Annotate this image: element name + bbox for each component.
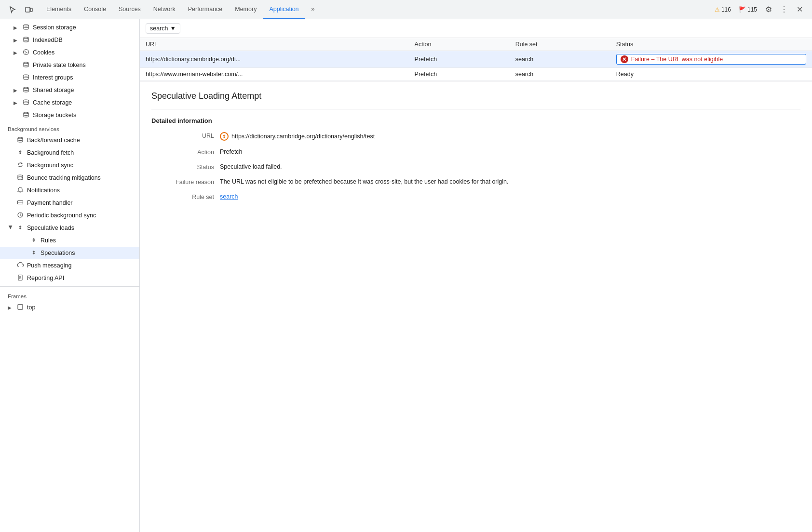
cell-ruleset: search xyxy=(510,51,610,68)
col-status: Status xyxy=(610,38,812,51)
sidebar-item-notifications[interactable]: ▶ Notifications xyxy=(0,184,139,197)
sidebar-item-storage-buckets[interactable]: ▶ Storage buckets xyxy=(0,109,139,121)
detail-divider xyxy=(151,109,800,109)
detail-field-value: Prefetch xyxy=(220,148,800,155)
sidebar-item-interest-groups[interactable]: ▶ Interest groups xyxy=(0,71,139,84)
cell-action: Prefetch xyxy=(409,68,510,81)
tab-network[interactable]: Network xyxy=(148,0,181,19)
cloud-icon xyxy=(16,262,24,270)
tab-performance[interactable]: Performance xyxy=(182,0,229,19)
sidebar-item-indexeddb[interactable]: ▶ IndexedDB xyxy=(0,34,139,46)
tab-elements[interactable]: Elements xyxy=(41,0,77,19)
close-icon[interactable]: ✕ xyxy=(793,3,806,16)
sidebar-item-background-fetch[interactable]: ▶ Background fetch xyxy=(0,146,139,159)
detail-title: Speculative Loading Attempt xyxy=(151,91,800,101)
sidebar-item-payment-handler[interactable]: ▶ Payment handler xyxy=(0,197,139,209)
tab-application[interactable]: Application xyxy=(263,0,304,19)
devtools-window: Elements Console Sources Network Perform… xyxy=(0,0,812,532)
expand-arrow-icon: ▶ xyxy=(8,225,14,231)
chevron-down-icon: ▼ xyxy=(170,25,176,32)
sidebar-item-cache-storage[interactable]: ▶ Cache storage xyxy=(0,96,139,109)
detail-field-value: Speculative load failed. xyxy=(220,163,800,170)
prefetch-icon xyxy=(30,237,38,245)
tab-more[interactable]: » xyxy=(306,0,321,19)
tab-console[interactable]: Console xyxy=(78,0,112,19)
search-bar: search ▼ xyxy=(140,19,812,38)
svg-rect-0 xyxy=(26,7,30,12)
warnings-badge[interactable]: ⚠ 116 xyxy=(712,5,734,14)
sidebar-item-bounce-tracking[interactable]: ▶ Bounce tracking mitigations xyxy=(0,172,139,184)
sidebar-item-cookies[interactable]: ▶ Cookies xyxy=(0,46,139,59)
ruleset-link[interactable]: search xyxy=(220,193,238,200)
col-ruleset: Rule set xyxy=(510,38,610,51)
sidebar-item-top[interactable]: ▶ top xyxy=(0,301,139,314)
tab-bar-right: ⚠ 116 🚩 115 ⚙ ⋮ ✕ xyxy=(712,3,810,16)
sidebar-item-speculative-loads[interactable]: ▶ Speculative loads xyxy=(0,222,139,234)
svg-point-13 xyxy=(18,137,23,139)
cursor-icon[interactable] xyxy=(6,3,19,16)
sidebar-item-background-sync[interactable]: ▶ Background sync xyxy=(0,159,139,172)
warning-icon: ⚠ xyxy=(715,6,720,13)
main-layout: ▶ Session storage ▶ xyxy=(0,19,812,532)
speculations-table: URL Action Rule set Status https://dicti… xyxy=(140,38,812,81)
device-toolbar-icon[interactable] xyxy=(22,3,36,16)
svg-point-11 xyxy=(24,100,28,101)
tab-sources[interactable]: Sources xyxy=(113,0,147,19)
detail-field-label: Rule set xyxy=(151,193,214,200)
expand-arrow-icon: ▶ xyxy=(14,50,19,55)
detail-field-label: Status xyxy=(151,163,214,171)
sidebar-item-private-state-tokens[interactable]: ▶ Private state tokens xyxy=(0,59,139,71)
upload-download-icon xyxy=(16,149,24,157)
database-icon xyxy=(16,174,24,182)
detail-row: StatusSpeculative load failed. xyxy=(151,163,800,171)
sync-icon xyxy=(16,161,24,170)
prefetch-icon xyxy=(220,132,229,141)
prefetch-icon xyxy=(16,224,24,232)
col-action: Action xyxy=(409,38,510,51)
detail-field-value[interactable]: search xyxy=(220,193,800,200)
sidebar-item-reporting-api[interactable]: ▶ Reporting API xyxy=(0,272,139,284)
sidebar-item-rules[interactable]: ▶ Rules xyxy=(0,234,139,247)
cell-action: Prefetch xyxy=(409,51,510,68)
svg-point-5 xyxy=(25,51,26,52)
warnings-count: 116 xyxy=(721,6,731,13)
settings-icon[interactable]: ⚙ xyxy=(762,3,775,16)
database-icon xyxy=(22,24,30,32)
status-failure-text: Failure – The URL was not eligible xyxy=(631,56,723,63)
detail-field-label: URL xyxy=(151,132,214,139)
database-icon xyxy=(22,74,30,82)
cookie-icon xyxy=(22,49,30,57)
cell-url: https://dictionary.cambridge.org/di... xyxy=(140,51,409,68)
expand-arrow-icon: ▶ xyxy=(14,88,19,93)
table-row[interactable]: https://www.merriam-webster.com/...Prefe… xyxy=(140,68,812,81)
background-services-label: Background services xyxy=(0,121,139,134)
clock-icon xyxy=(16,212,24,220)
sidebar-item-shared-storage[interactable]: ▶ Shared storage xyxy=(0,84,139,96)
svg-rect-1 xyxy=(30,8,32,12)
svg-point-9 xyxy=(24,75,28,76)
url-text: https://dictionary.cambridge.org/diction… xyxy=(231,133,375,140)
search-dropdown[interactable]: search ▼ xyxy=(146,23,180,34)
more-options-icon[interactable]: ⋮ xyxy=(777,3,791,16)
table-row[interactable]: https://dictionary.cambridge.org/di...Pr… xyxy=(140,51,812,68)
cell-url: https://www.merriam-webster.com/... xyxy=(140,68,409,81)
detail-panel: Speculative Loading Attempt Detailed inf… xyxy=(140,81,812,532)
errors-badge[interactable]: 🚩 115 xyxy=(736,5,760,14)
sidebar: ▶ Session storage ▶ xyxy=(0,19,140,532)
tab-memory[interactable]: Memory xyxy=(229,0,262,19)
cell-status: Ready xyxy=(610,68,812,81)
database-icon xyxy=(22,86,30,94)
speculations-table-container: URL Action Rule set Status https://dicti… xyxy=(140,38,812,81)
svg-point-6 xyxy=(27,52,27,53)
sidebar-item-speculations[interactable]: ▶ Speculations xyxy=(0,247,139,259)
database-icon xyxy=(22,99,30,107)
frame-icon xyxy=(16,304,24,312)
svg-point-2 xyxy=(24,25,28,26)
sidebar-item-session-storage[interactable]: ▶ Session storage xyxy=(0,21,139,34)
main-content: search ▼ URL Action Rule set Status xyxy=(140,19,812,532)
svg-point-12 xyxy=(24,112,28,114)
sidebar-item-periodic-bg-sync[interactable]: ▶ Periodic background sync xyxy=(0,209,139,222)
detail-row: Failure reasonThe URL was not eligible t… xyxy=(151,178,800,186)
sidebar-item-push-messaging[interactable]: ▶ Push messaging xyxy=(0,259,139,272)
sidebar-item-back-forward-cache[interactable]: ▶ Back/forward cache xyxy=(0,134,139,146)
